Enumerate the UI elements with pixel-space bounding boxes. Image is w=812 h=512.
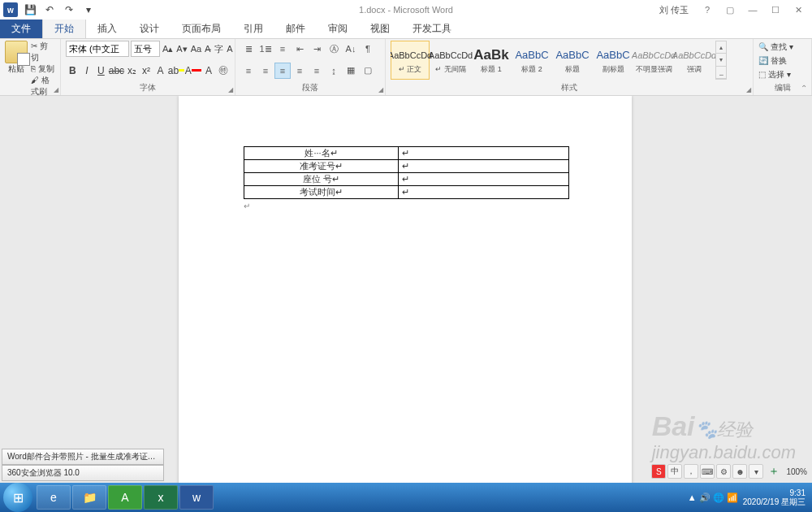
increase-indent-icon[interactable]: ⇥ bbox=[309, 41, 325, 57]
tab-layout[interactable]: 页面布局 bbox=[171, 19, 232, 38]
help-icon[interactable]: ? bbox=[697, 2, 718, 18]
close-icon[interactable]: ✕ bbox=[788, 2, 809, 18]
ime-emo-icon[interactable]: ☻ bbox=[732, 464, 747, 479]
format-painter-button[interactable]: 🖌 格式刷 bbox=[31, 75, 55, 98]
tray-clock[interactable]: 9:31 2020/2/19 星期三 bbox=[743, 488, 806, 506]
superscript-button[interactable]: x² bbox=[140, 63, 153, 79]
tray-icons[interactable]: ▲ 🔊 🌐 📶 bbox=[688, 492, 738, 503]
select-button[interactable]: ⬚ 选择 ▾ bbox=[758, 68, 806, 80]
tab-design[interactable]: 设计 bbox=[128, 19, 171, 38]
task-app1[interactable]: A bbox=[108, 485, 142, 510]
style-item-0[interactable]: AaBbCcDd↵ 正文 bbox=[391, 41, 430, 80]
browser-tab-1[interactable]: Word邮件合并带照片 - 批量生成准考证_Word联盟 - bbox=[2, 449, 164, 465]
tab-references[interactable]: 引用 bbox=[232, 19, 274, 38]
paragraph-dialog-icon[interactable]: ◢ bbox=[378, 86, 383, 93]
numbering-icon[interactable]: 1≣ bbox=[257, 41, 274, 57]
style-item-4[interactable]: AaBbC标题 bbox=[553, 41, 592, 80]
asian-layout-icon[interactable]: Ⓐ bbox=[326, 41, 342, 57]
clear-format-icon[interactable]: A̶ bbox=[204, 41, 212, 57]
page[interactable]: 姓···名↵↵准考证号↵↵座位 号↵↵考试时间↵↵ ↵ bbox=[179, 96, 632, 483]
ime-punct-icon[interactable]: ， bbox=[684, 464, 698, 479]
task-excel[interactable]: x bbox=[144, 485, 178, 510]
start-button[interactable]: ⊞ bbox=[3, 483, 32, 512]
highlight-icon[interactable]: ab bbox=[168, 63, 184, 79]
shrink-font-icon[interactable]: A▾ bbox=[175, 41, 188, 57]
justify-icon[interactable]: ≡ bbox=[292, 63, 308, 79]
ime-opt-icon[interactable]: ⚙ bbox=[716, 464, 731, 479]
task-explorer[interactable]: 📁 bbox=[72, 485, 106, 510]
align-center-icon[interactable]: ≡ bbox=[257, 63, 274, 79]
tab-file[interactable]: 文件 bbox=[0, 19, 42, 38]
document-area[interactable]: 姓···名↵↵准考证号↵↵座位 号↵↵考试时间↵↵ ↵ bbox=[0, 96, 812, 483]
zoom-add-icon[interactable]: ＋ bbox=[768, 464, 780, 479]
cut-button[interactable]: ✂ 剪切 bbox=[31, 41, 55, 63]
styles-scroll[interactable]: ▴▾⎯ bbox=[715, 41, 727, 80]
distribute-icon[interactable]: ≡ bbox=[309, 63, 325, 79]
maximize-icon[interactable]: ☐ bbox=[765, 2, 786, 18]
table-row[interactable]: 考试时间↵↵ bbox=[244, 186, 569, 199]
document-table[interactable]: 姓···名↵↵准考证号↵↵座位 号↵↵考试时间↵↵ bbox=[244, 146, 569, 199]
font-dialog-icon[interactable]: ◢ bbox=[228, 86, 233, 93]
font-size-input[interactable] bbox=[131, 41, 160, 57]
ime-kb-icon[interactable]: ⌨ bbox=[700, 464, 715, 479]
line-spacing-icon[interactable]: ↨ bbox=[326, 63, 342, 79]
redo-icon[interactable]: ↷ bbox=[60, 1, 78, 19]
font-name-input[interactable] bbox=[66, 41, 129, 57]
strike-button[interactable]: abc bbox=[109, 63, 124, 79]
subscript-button[interactable]: x₂ bbox=[125, 63, 139, 79]
bullets-icon[interactable]: ≣ bbox=[240, 41, 257, 57]
paste-button[interactable]: 粘贴 bbox=[5, 41, 28, 98]
table-row[interactable]: 准考证号↵↵ bbox=[244, 160, 569, 173]
bold-button[interactable]: B bbox=[66, 63, 80, 79]
find-button[interactable]: 🔍 查找 ▾ bbox=[758, 41, 806, 53]
show-marks-icon[interactable]: ¶ bbox=[360, 41, 376, 57]
browser-tab-2[interactable]: 360安全浏览器 10.0 bbox=[2, 465, 164, 481]
tab-developer[interactable]: 开发工具 bbox=[401, 19, 463, 38]
grow-font-icon[interactable]: A▴ bbox=[162, 41, 174, 57]
sort-icon[interactable]: A↓ bbox=[343, 41, 359, 57]
ribbon-options-icon[interactable]: ▢ bbox=[719, 2, 741, 18]
styles-dialog-icon[interactable]: ◢ bbox=[746, 86, 751, 93]
clipboard-dialog-icon[interactable]: ◢ bbox=[54, 86, 58, 93]
save-icon[interactable]: 💾 bbox=[21, 1, 39, 19]
align-left-icon[interactable]: ≡ bbox=[240, 63, 257, 79]
style-item-3[interactable]: AaBbC标题 2 bbox=[512, 41, 551, 80]
style-item-6[interactable]: AaBbCcDd不明显强调 bbox=[634, 41, 673, 80]
ime-cn-icon[interactable]: 中 bbox=[667, 464, 682, 479]
shading-icon[interactable]: ▦ bbox=[343, 63, 359, 79]
copy-button[interactable]: ⎘ 复制 bbox=[31, 63, 55, 75]
style-item-5[interactable]: AaBbC副标题 bbox=[594, 41, 633, 80]
style-item-7[interactable]: AaBbCcDd强调 bbox=[675, 41, 714, 80]
change-case-icon[interactable]: Aa bbox=[190, 41, 202, 57]
align-right-icon[interactable]: ≡ bbox=[274, 63, 291, 79]
multilevel-icon[interactable]: ≡ bbox=[274, 41, 291, 57]
task-ie[interactable]: e bbox=[37, 485, 71, 510]
qat-more-icon[interactable]: ▾ bbox=[80, 1, 97, 19]
undo-icon[interactable]: ↶ bbox=[41, 1, 58, 19]
table-row[interactable]: 姓···名↵↵ bbox=[244, 147, 569, 160]
task-word[interactable]: w bbox=[179, 485, 214, 510]
enclose-char-icon[interactable]: ㊕ bbox=[216, 63, 230, 79]
replace-button[interactable]: 🔄 替换 bbox=[758, 54, 806, 67]
ime-s-icon[interactable]: S bbox=[651, 464, 666, 479]
table-row[interactable]: 座位 号↵↵ bbox=[244, 173, 569, 186]
style-item-2[interactable]: AaBk标题 1 bbox=[472, 41, 511, 80]
char-shading-icon[interactable]: A bbox=[202, 63, 216, 79]
decrease-indent-icon[interactable]: ⇤ bbox=[292, 41, 308, 57]
underline-button[interactable]: U bbox=[94, 63, 108, 79]
text-effects-icon[interactable]: A bbox=[153, 63, 167, 79]
tab-home[interactable]: 开始 bbox=[42, 19, 86, 38]
font-color-icon[interactable]: A bbox=[185, 63, 201, 79]
char-border-icon[interactable]: A bbox=[226, 41, 233, 57]
minimize-icon[interactable]: — bbox=[742, 2, 763, 18]
tab-mailings[interactable]: 邮件 bbox=[274, 19, 317, 38]
italic-button[interactable]: I bbox=[80, 63, 94, 79]
tab-view[interactable]: 视图 bbox=[359, 19, 401, 38]
word-app-icon[interactable]: w bbox=[2, 1, 19, 19]
collapse-ribbon-icon[interactable]: ⌃ bbox=[801, 84, 807, 93]
tab-insert[interactable]: 插入 bbox=[86, 19, 128, 38]
tab-review[interactable]: 审阅 bbox=[317, 19, 359, 38]
borders-icon[interactable]: ▢ bbox=[360, 63, 376, 79]
style-item-1[interactable]: AaBbCcDd↵ 无间隔 bbox=[431, 41, 470, 80]
ime-more-icon[interactable]: ▾ bbox=[749, 464, 763, 479]
